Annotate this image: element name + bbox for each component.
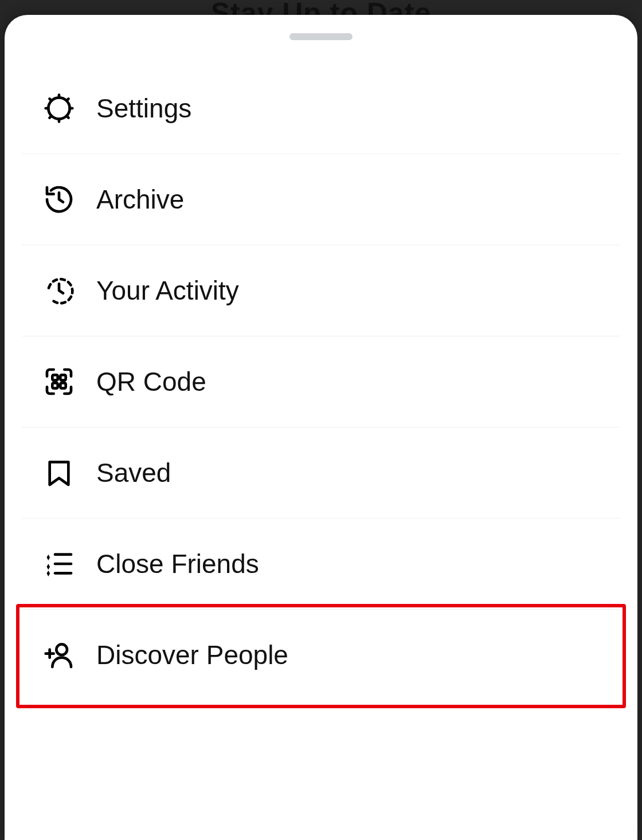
bottom-sheet: Settings Archive Your Activity	[5, 15, 637, 840]
menu-item-saved[interactable]: Saved	[22, 427, 620, 519]
archive-icon	[22, 183, 96, 215]
svg-marker-7	[47, 564, 50, 570]
menu-item-label: Discover People	[96, 639, 288, 670]
add-person-icon	[22, 639, 96, 671]
gear-icon	[22, 92, 96, 124]
menu-item-your-activity[interactable]: Your Activity	[22, 245, 620, 336]
drag-handle[interactable]	[289, 33, 353, 40]
svg-point-11	[56, 644, 67, 655]
menu-item-label: Close Friends	[96, 548, 259, 579]
menu-item-archive[interactable]: Archive	[22, 154, 620, 245]
svg-marker-5	[47, 555, 50, 560]
menu-item-discover-people[interactable]: Discover People	[22, 610, 620, 700]
menu-item-qr-code[interactable]: QR Code	[22, 336, 620, 427]
profile-menu: Settings Archive Your Activity	[5, 63, 637, 700]
activity-icon	[22, 274, 96, 307]
menu-item-label: Saved	[96, 457, 171, 488]
close-friends-icon	[22, 548, 96, 580]
menu-item-settings[interactable]: Settings	[22, 63, 620, 154]
menu-item-label: Your Activity	[96, 275, 239, 306]
bookmark-icon	[22, 457, 96, 489]
qr-code-icon	[22, 366, 96, 398]
svg-rect-3	[52, 383, 57, 388]
menu-item-close-friends[interactable]: Close Friends	[22, 519, 620, 610]
menu-item-label: Settings	[96, 93, 191, 124]
svg-rect-4	[60, 383, 65, 388]
svg-marker-9	[47, 571, 50, 576]
menu-item-label: QR Code	[96, 366, 206, 397]
menu-item-label: Archive	[96, 184, 184, 215]
svg-rect-1	[52, 375, 57, 380]
svg-rect-2	[60, 375, 65, 380]
